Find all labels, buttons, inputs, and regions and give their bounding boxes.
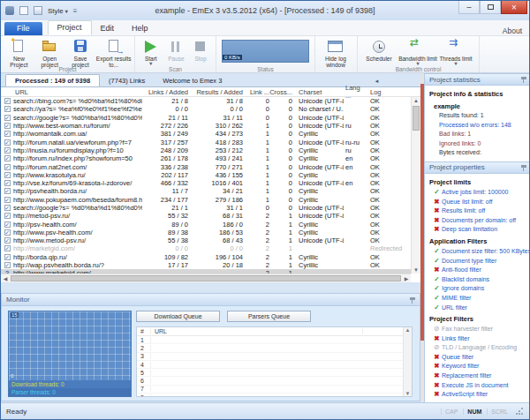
table-row[interactable]: ✓search://bing.com?s= %d0%ba%d1%80%d0%b0… bbox=[1, 97, 411, 105]
download-queue-button[interactable]: Download Queue bbox=[136, 311, 220, 322]
parsers-queue-button[interactable]: Parsers Queue bbox=[227, 311, 311, 322]
queue-row[interactable]: 1 bbox=[137, 336, 403, 344]
sidebar-item-mime-filter[interactable]: ✓MIME filter bbox=[425, 294, 530, 304]
table-row[interactable]: ✓http://inusia.ru/forumdisplay.php?f=102… bbox=[1, 146, 411, 154]
start-button[interactable]: Start ▾ bbox=[138, 38, 164, 66]
sidebar-item-processed-w-o-errors-148[interactable]: Processed w/o errors: 148 bbox=[425, 121, 530, 131]
table-row[interactable]: ✓http://marketgid.com/0 / 00 / 021Redire… bbox=[1, 244, 411, 252]
bandwidth-limit-button[interactable]: ⇄ Bandwidth limit ▾ bbox=[398, 38, 438, 66]
table-row[interactable]: ✓http://wap.psvhealth.borda.ru/?17 / 172… bbox=[1, 261, 411, 269]
sidebar-item-ignored-links-0[interactable]: Ignored links: 0 bbox=[425, 139, 530, 149]
queue-row[interactable]: 6 bbox=[137, 377, 403, 385]
table-row[interactable]: ✓search://google?s= %d0%ba%d1%80%d0%b0%d… bbox=[1, 204, 411, 212]
table-row[interactable]: ✓http://forum.nat2net.com/336 / 238770 /… bbox=[1, 162, 411, 170]
sidebar-item-documents-per-domain-off[interactable]: ✖Documents per domain: off bbox=[425, 216, 530, 226]
sidebar-item-queue-filter[interactable]: ✖Queue filter bbox=[425, 353, 530, 363]
sidebar-item-results-found-1[interactable]: Results found: 1 bbox=[425, 111, 530, 121]
panel-header[interactable]: Project statistics bbox=[425, 73, 530, 86]
checkbox-icon[interactable]: ✓ bbox=[4, 213, 11, 219]
menu-file[interactable]: File bbox=[4, 22, 42, 35]
export-results-button[interactable]: → Export results to... bbox=[95, 38, 132, 68]
sidebar-item-keyword-filter[interactable]: ✖Keyword filter bbox=[425, 362, 530, 371]
panel-header[interactable]: Project properties bbox=[425, 161, 530, 174]
queue-row[interactable]: 3 bbox=[137, 353, 403, 361]
tab-processed-149-of-9398[interactable]: Processed : 149 of 9398 bbox=[5, 74, 100, 86]
qat-new-icon[interactable] bbox=[19, 6, 28, 15]
tab-welcome-to-emex-3[interactable]: Welcome to Emex 3 bbox=[154, 75, 231, 86]
sidebar-item-execute-js-in-document[interactable]: ✖Execute JS in document bbox=[425, 381, 530, 391]
scroll-left-icon[interactable]: ◀ bbox=[1, 275, 10, 281]
table-row[interactable]: ✓http://www.psv-health.com/89 / 38186 / … bbox=[1, 229, 411, 236]
qat-customize-icon[interactable]: ≡ bbox=[73, 7, 78, 15]
checkbox-icon[interactable]: ✓ bbox=[4, 237, 11, 244]
menu-help[interactable]: Help bbox=[123, 22, 157, 35]
table-row[interactable]: ✓http://womantalk.com.ua/381 / 249434 / … bbox=[1, 130, 411, 138]
checkbox-icon[interactable]: ✓ bbox=[4, 115, 11, 121]
queue-column-number[interactable]: # bbox=[137, 328, 151, 334]
queue-row[interactable]: 7 bbox=[137, 386, 403, 394]
checkbox-icon[interactable]: ✓ bbox=[4, 155, 11, 161]
qat-save-icon[interactable] bbox=[34, 6, 42, 15]
sidebar-item-replacement-filter[interactable]: ✖Replacement filter bbox=[425, 371, 530, 381]
sidebar-item-blacklist-domains[interactable]: ✓Blacklist domains bbox=[425, 275, 530, 285]
table-row[interactable]: ✓search://google?s= %d0%ba%d1%80%d0%b0%d… bbox=[1, 114, 411, 122]
sidebar-item-fax-harvester-filter[interactable]: ⊘Fax harvester filter bbox=[425, 325, 530, 334]
threads-limit-button[interactable]: ⇉ Threads limit ▾ bbox=[438, 38, 473, 66]
table-row[interactable]: ✓http://www.best-woman.ru/forum/272 / 22… bbox=[1, 122, 411, 130]
table-row[interactable]: ✓http://borda.qip.ru/109 / 82196 / 10421… bbox=[1, 253, 411, 261]
scroll-down-icon[interactable]: ▼ bbox=[412, 267, 420, 273]
checkbox-icon[interactable]: ✓ bbox=[4, 131, 11, 137]
sidebar-item-anti-flood-filter[interactable]: ✖Anti-flood filter bbox=[425, 266, 530, 275]
sidebar-item-queue-list-limit-off[interactable]: ✖Queue list limit: off bbox=[425, 198, 530, 207]
table-vertical-scrollbar[interactable]: ▲ ▼ bbox=[411, 97, 420, 274]
menu-edit[interactable]: Edit bbox=[92, 22, 124, 35]
checkbox-icon[interactable]: ✓ bbox=[4, 262, 11, 268]
column-links-added[interactable]: Links / Added bbox=[142, 88, 188, 96]
queue-row[interactable]: 2 bbox=[137, 344, 403, 352]
table-row[interactable]: ✓http://metod-psv.ru/55 / 3268 / 3121Uni… bbox=[1, 212, 411, 220]
sidebar-item-links-filter[interactable]: ✖Links filter bbox=[425, 334, 530, 344]
checkbox-icon[interactable]: ✓ bbox=[4, 245, 11, 251]
checkbox-icon[interactable]: ✓ bbox=[4, 254, 11, 260]
checkbox-icon[interactable]: ✓ bbox=[4, 180, 11, 186]
stop-button[interactable]: Stop bbox=[188, 38, 213, 62]
column-log[interactable]: Log bbox=[367, 88, 411, 96]
checkbox-icon[interactable]: ✓ bbox=[4, 188, 11, 194]
queue-row[interactable]: 4 bbox=[137, 361, 403, 369]
new-project-button[interactable]: ✦ New Project bbox=[4, 38, 34, 68]
checkbox-icon[interactable]: ✓ bbox=[4, 197, 11, 203]
column-charset[interactable]: Charset bbox=[292, 88, 344, 96]
column-url[interactable]: URL bbox=[1, 88, 142, 96]
pin-icon[interactable] bbox=[521, 164, 526, 171]
sidebar-item-url-filter[interactable]: ✓URL filter bbox=[425, 304, 530, 313]
hide-log-window-button[interactable]: Hide log window bbox=[318, 38, 353, 68]
table-row[interactable]: ✓search://ya?s= %ea%f0%e0%f1%ee%f2%e0%20… bbox=[1, 105, 411, 113]
checkbox-icon[interactable]: ✓ bbox=[4, 147, 11, 154]
about-button[interactable]: About bbox=[503, 26, 526, 35]
checkbox-icon[interactable]: ✓ bbox=[4, 229, 11, 236]
style-menu-button[interactable]: Style▾ bbox=[48, 7, 68, 15]
pin-icon[interactable] bbox=[521, 76, 526, 83]
queue-row[interactable]: 8 bbox=[137, 394, 403, 396]
menu-project[interactable]: Project bbox=[48, 20, 92, 35]
column-link[interactable]: Link ... bbox=[243, 88, 269, 96]
sidebar-item-results-limit-off[interactable]: ✖Results limit: off bbox=[425, 206, 530, 216]
sidebar-item-bytes-received[interactable]: Bytes received: bbox=[425, 148, 530, 158]
scrollbar-thumb[interactable] bbox=[413, 106, 420, 131]
column-results-added[interactable]: Results / Added bbox=[188, 88, 243, 96]
pin-icon[interactable] bbox=[410, 296, 415, 304]
checkbox-icon[interactable]: ✓ bbox=[4, 139, 11, 146]
scroll-down-icon[interactable]: ▼ bbox=[404, 391, 412, 396]
checkbox-icon[interactable]: ✓ bbox=[4, 172, 11, 178]
minimize-button[interactable]: – bbox=[458, 1, 480, 14]
scheduler-button[interactable]: Scheduler bbox=[360, 38, 398, 62]
sidebar-item-tld-language-encoding[interactable]: ⊘TLD / Language / Encoding bbox=[425, 343, 530, 353]
scroll-up-icon[interactable]: ▲ bbox=[404, 327, 412, 333]
resize-grip-icon[interactable] bbox=[515, 407, 524, 416]
queue-column-url[interactable]: URL bbox=[151, 328, 363, 334]
sidebar-item-bad-links-1[interactable]: Bad links: 1 bbox=[425, 130, 530, 139]
sidebar-item-ignore-domains[interactable]: ✓Ignore domains bbox=[425, 284, 530, 294]
checkbox-icon[interactable]: ✓ bbox=[4, 98, 11, 104]
sidebar-item-document-type-filter[interactable]: ✓Document type filter bbox=[425, 257, 530, 266]
table-row[interactable]: ✓http://psvhealth.borda.ru/11 / 734 / 21… bbox=[1, 187, 411, 195]
